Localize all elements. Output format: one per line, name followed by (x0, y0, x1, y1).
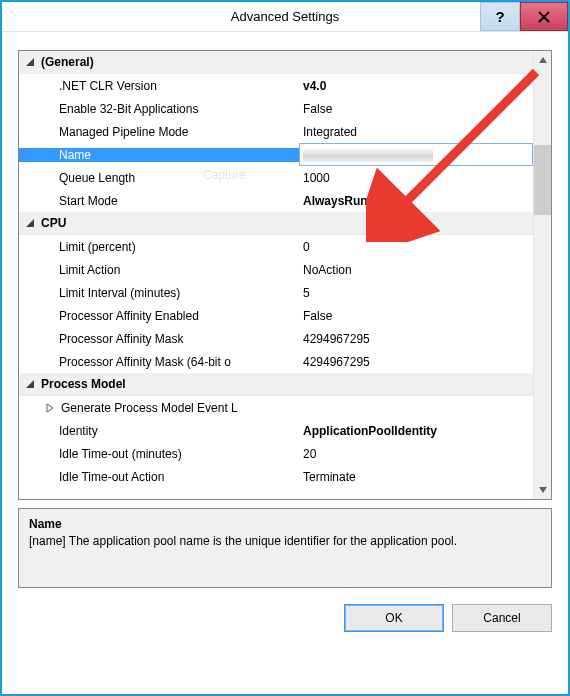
redacted-value (303, 148, 433, 162)
property-label: Managed Pipeline Mode (19, 125, 299, 139)
button-row: OK Cancel (18, 596, 552, 638)
property-label: Limit Action (19, 263, 299, 277)
property-value[interactable] (299, 143, 533, 166)
description-text: [name] The application pool name is the … (29, 533, 541, 550)
property-value[interactable]: Terminate (299, 470, 533, 484)
property-value[interactable]: 0 (299, 240, 533, 254)
cancel-button[interactable]: Cancel (452, 604, 552, 632)
property-label: Name (19, 148, 299, 162)
property-row[interactable]: Limit ActionNoAction (19, 258, 533, 281)
property-label: Identity (19, 424, 299, 438)
property-value[interactable]: NoAction (299, 263, 533, 277)
property-row[interactable]: Queue Length1000 (19, 166, 533, 189)
property-label: .NET CLR Version (19, 79, 299, 93)
section-header-process_model[interactable]: Process Model (19, 373, 533, 396)
property-label: Queue Length (19, 171, 299, 185)
property-value[interactable]: 1000 (299, 171, 533, 185)
property-label: Processor Affinity Mask (19, 332, 299, 346)
collapse-icon[interactable] (23, 55, 37, 69)
property-row[interactable]: Idle Time-out (minutes)20 (19, 442, 533, 465)
property-row[interactable]: Limit Interval (minutes)5 (19, 281, 533, 304)
property-label: Processor Affinity Mask (64-bit o (19, 355, 299, 369)
vertical-scrollbar[interactable] (533, 51, 551, 499)
section-header-cpu[interactable]: CPU (19, 212, 533, 235)
description-title: Name (29, 517, 541, 531)
property-value[interactable]: 5 (299, 286, 533, 300)
scroll-up-button[interactable] (534, 51, 551, 69)
property-row[interactable]: Processor Affinity EnabledFalse (19, 304, 533, 327)
property-grid: (General).NET CLR Versionv4.0Enable 32-B… (18, 50, 552, 500)
help-button[interactable]: ? (480, 2, 520, 31)
window-title: Advanced Settings (231, 9, 339, 24)
titlebar-buttons: ? (480, 2, 568, 31)
property-row[interactable]: IdentityApplicationPoolIdentity (19, 419, 533, 442)
property-value[interactable]: 4294967295 (299, 332, 533, 346)
property-label: Limit Interval (minutes) (19, 286, 299, 300)
section-title: CPU (41, 216, 66, 230)
scroll-thumb[interactable] (534, 145, 551, 215)
section-header-general[interactable]: (General) (19, 51, 533, 74)
property-row[interactable]: Idle Time-out ActionTerminate (19, 465, 533, 488)
property-value[interactable]: False (299, 309, 533, 323)
section-title: Process Model (41, 377, 126, 391)
property-row[interactable]: Processor Affinity Mask (64-bit o4294967… (19, 350, 533, 373)
section-title: (General) (41, 55, 94, 69)
scroll-track[interactable] (534, 215, 551, 481)
property-label: Limit (percent) (19, 240, 299, 254)
dialog-window: Advanced Settings ? (General).NET CLR Ve… (0, 0, 570, 696)
close-icon (538, 11, 550, 23)
property-row[interactable]: Start ModeAlwaysRunning (19, 189, 533, 212)
property-label: Generate Process Model Event L (19, 401, 299, 415)
titlebar: Advanced Settings ? (2, 2, 568, 32)
collapse-icon[interactable] (23, 216, 37, 230)
property-row[interactable]: Limit (percent)0 (19, 235, 533, 258)
property-value[interactable]: 4294967295 (299, 355, 533, 369)
dialog-content: (General).NET CLR Versionv4.0Enable 32-B… (2, 32, 568, 694)
property-value[interactable]: AlwaysRunning (299, 194, 533, 208)
property-row[interactable]: Processor Affinity Mask4294967295 (19, 327, 533, 350)
property-label: Processor Affinity Enabled (19, 309, 299, 323)
property-value[interactable]: False (299, 102, 533, 116)
property-row[interactable]: Managed Pipeline ModeIntegrated (19, 120, 533, 143)
chevron-down-icon (539, 487, 547, 493)
ok-button[interactable]: OK (344, 604, 444, 632)
property-value[interactable]: v4.0 (299, 79, 533, 93)
property-row[interactable]: Enable 32-Bit ApplicationsFalse (19, 97, 533, 120)
chevron-up-icon (539, 57, 547, 63)
expand-icon[interactable] (43, 401, 57, 415)
property-value[interactable]: Integrated (299, 125, 533, 139)
description-panel: Name [name] The application pool name is… (18, 508, 552, 588)
property-row[interactable]: Name (19, 143, 533, 166)
property-row[interactable]: Generate Process Model Event L (19, 396, 533, 419)
property-label: Idle Time-out Action (19, 470, 299, 484)
property-grid-rows: (General).NET CLR Versionv4.0Enable 32-B… (19, 51, 533, 499)
property-label: Idle Time-out (minutes) (19, 447, 299, 461)
collapse-icon[interactable] (23, 377, 37, 391)
property-row[interactable]: .NET CLR Versionv4.0 (19, 74, 533, 97)
property-label: Enable 32-Bit Applications (19, 102, 299, 116)
close-button[interactable] (520, 2, 568, 31)
property-value[interactable]: 20 (299, 447, 533, 461)
scroll-down-button[interactable] (534, 481, 551, 499)
property-label: Start Mode (19, 194, 299, 208)
property-value[interactable]: ApplicationPoolIdentity (299, 424, 533, 438)
